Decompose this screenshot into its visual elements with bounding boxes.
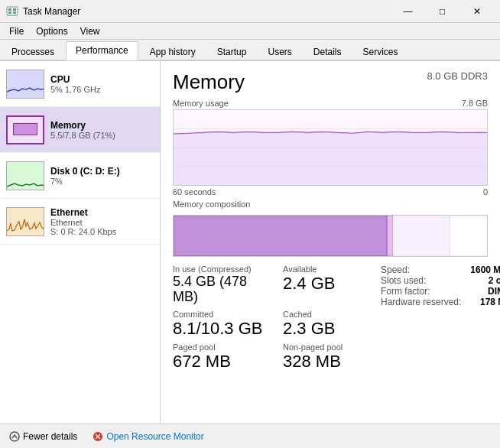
chart1-time-right: 0 [483,187,488,196]
tab-bar: Processes Performance App history Startu… [0,40,500,61]
disk-info: Disk 0 (C: D: E:) 7% [50,166,154,186]
cpu-name: CPU [50,74,154,85]
slots-key: Slots used: [381,275,426,286]
disk-detail: 7% [50,177,154,186]
chart1-time: 60 seconds [173,187,216,196]
cached-label: Cached [283,310,375,319]
minimize-button[interactable]: — [391,0,425,23]
sidebar-item-cpu[interactable]: CPU 5% 1.76 GHz [0,61,160,107]
available-col: Available 2.4 GB [283,265,375,305]
panel-header: Memory 8.0 GB DDR3 [173,70,488,94]
memory-composition-section: Memory composition [173,200,488,257]
cached-value: 2.3 GB [283,320,375,338]
svg-rect-16 [393,216,450,256]
sidebar-item-ethernet[interactable]: Ethernet Ethernet S: 0 R: 24.0 Kbps [0,199,160,245]
monitor-icon [93,431,103,442]
chart1-label: Memory usage [173,99,229,108]
memory-mini-graph [6,115,44,144]
svg-rect-14 [174,216,387,256]
form-val: DIMM [488,286,500,297]
ethernet-name: Ethernet [50,207,154,218]
svg-rect-2 [13,8,16,11]
menu-bar: File Options View [0,23,500,40]
tab-users[interactable]: Users [258,43,301,60]
available-value: 2.4 GB [283,274,375,293]
svg-rect-17 [450,216,487,256]
disk-name: Disk 0 (C: D: E:) [50,166,154,177]
ethernet-detail2: S: 0 R: 24.0 Kbps [50,227,154,236]
disk-mini-graph [6,161,44,190]
committed-col: Committed 8.1/10.3 GB [173,310,265,338]
svg-rect-3 [8,11,11,14]
available-label: Available [283,265,375,274]
chevron-up-icon [9,431,20,442]
stats-left: In use (Compressed) 5.4 GB (478 MB) Avai… [173,265,375,375]
memory-info: Memory 5.5/7.8 GB (71%) [50,120,154,140]
svg-rect-4 [13,11,16,14]
menu-file[interactable]: File [3,24,30,38]
hw-reserved-val: 178 MB [480,297,500,307]
right-panel: Memory 8.0 GB DDR3 Memory usage 7.8 GB [161,61,500,424]
title-bar: Task Manager — □ ✕ [0,0,500,23]
tab-performance[interactable]: Performance [66,41,138,60]
memory-usage-chart [173,109,488,186]
ethernet-mini-graph [6,207,44,236]
hw-reserved-key: Hardware reserved: [381,297,461,307]
tab-details[interactable]: Details [304,43,352,60]
menu-view[interactable]: View [74,24,106,38]
sidebar-item-disk[interactable]: Disk 0 (C: D: E:) 7% [0,153,160,199]
ethernet-info: Ethernet Ethernet S: 0 R: 24.0 Kbps [50,207,154,236]
cpu-mini-graph [6,70,44,99]
non-paged-pool-col: Non-paged pool 328 MB [283,342,375,371]
memory-composition-chart [173,215,488,257]
tab-app-history[interactable]: App history [140,43,206,60]
ethernet-detail1: Ethernet [50,218,154,227]
memory-detail: 5.5/7.8 GB (71%) [50,131,154,140]
fewer-details-label: Fewer details [23,431,77,442]
panel-title: Memory [173,70,245,94]
close-button[interactable]: ✕ [459,0,494,23]
slots-row: Slots used: 2 of 2 [381,275,500,286]
menu-options[interactable]: Options [30,24,73,38]
svg-rect-15 [387,216,393,256]
chart2-label: Memory composition [173,200,250,209]
svg-rect-7 [7,208,44,236]
committed-label: Committed [173,310,265,319]
open-resource-monitor-label: Open Resource Monitor [106,431,203,442]
paged-pool-col: Paged pool 672 MB [173,342,265,371]
open-resource-monitor-link[interactable]: Open Resource Monitor [93,431,203,442]
paged-pool-value: 672 MB [173,352,265,371]
non-paged-pool-value: 328 MB [283,352,375,371]
in-use-label: In use (Compressed) [173,265,265,274]
in-use-value: 5.4 GB (478 MB) [173,274,265,305]
cpu-info: CPU 5% 1.76 GHz [50,74,154,94]
form-row: Form factor: DIMM [381,286,500,297]
svg-marker-12 [174,131,487,185]
fewer-details-button[interactable]: Fewer details [6,430,80,443]
svg-rect-0 [7,7,18,15]
chart1-max: 7.8 GB [462,99,488,108]
maximize-button[interactable]: □ [425,0,459,23]
tab-services[interactable]: Services [353,43,408,60]
hw-reserved-row: Hardware reserved: 178 MB [381,297,500,307]
slots-val: 2 of 2 [489,275,500,286]
speed-val: 1600 MHz [470,265,500,275]
bottom-bar: Fewer details Open Resource Monitor [0,424,500,448]
stats-area: In use (Compressed) 5.4 GB (478 MB) Avai… [173,265,488,375]
memory-usage-section: Memory usage 7.8 GB 60 seconds [173,99,488,196]
svg-rect-6 [7,162,44,190]
speed-key: Speed: [381,265,410,275]
sidebar-item-memory[interactable]: Memory 5.5/7.8 GB (71%) [0,107,160,153]
app-title: Task Manager [23,6,80,17]
paged-pool-label: Paged pool [173,342,265,352]
tab-processes[interactable]: Processes [2,43,64,60]
memory-name: Memory [50,120,154,131]
non-paged-pool-label: Non-paged pool [283,342,375,352]
cached-col: Cached 2.3 GB [283,310,375,338]
in-use-col: In use (Compressed) 5.4 GB (478 MB) [173,265,265,305]
svg-rect-1 [8,8,11,11]
sidebar: CPU 5% 1.76 GHz Memory 5.5/7.8 GB (71%) [0,61,161,424]
tab-startup[interactable]: Startup [207,43,257,60]
app-icon [6,5,18,18]
panel-subtitle: 8.0 GB DDR3 [427,70,488,82]
